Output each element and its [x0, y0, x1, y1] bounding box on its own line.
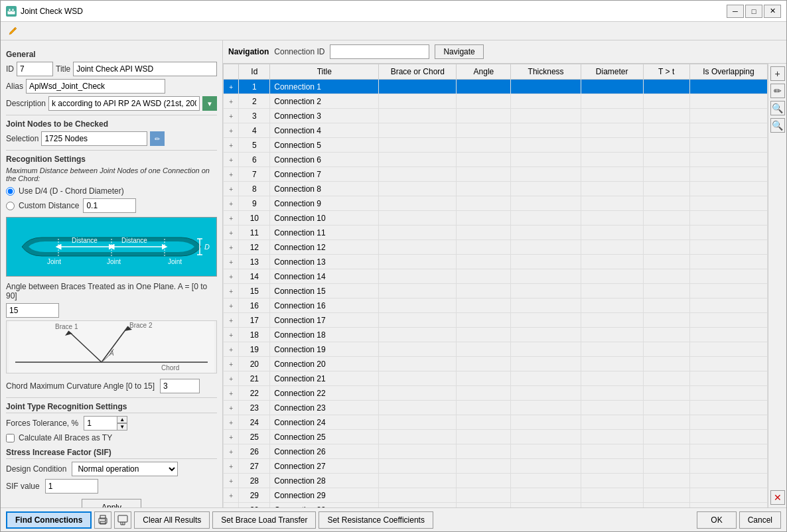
expand-cell[interactable]: + [224, 371, 239, 386]
table-row[interactable]: + 7 Connection 7 [224, 167, 768, 182]
table-row[interactable]: + 14 Connection 14 [224, 269, 768, 284]
expand-cell[interactable]: + [224, 240, 239, 255]
table-row[interactable]: + 8 Connection 8 [224, 182, 768, 196]
expand-cell[interactable]: + [224, 196, 239, 211]
table-row[interactable]: + 9 Connection 9 [224, 196, 768, 211]
expand-cell[interactable]: + [224, 401, 239, 415]
table-row[interactable]: + 13 Connection 13 [224, 255, 768, 269]
expand-cell[interactable]: + [224, 299, 239, 313]
edit-button[interactable]: ✏ [770, 84, 785, 98]
navigate-button[interactable]: Navigate [435, 44, 483, 59]
expand-cell[interactable]: + [224, 328, 239, 342]
table-wrapper[interactable]: Id Title Brace or Chord Angle Thickness … [223, 64, 768, 507]
table-row[interactable]: + 4 Connection 4 [224, 123, 768, 138]
custom-dist-radio[interactable] [6, 202, 15, 210]
expand-cell[interactable]: + [224, 284, 239, 299]
alias-input[interactable] [26, 79, 165, 94]
expand-cell[interactable]: + [224, 444, 239, 459]
table-row[interactable]: + 18 Connection 18 [224, 328, 768, 342]
spinner-up[interactable]: ▲ [117, 416, 127, 423]
restore-button[interactable]: □ [745, 5, 762, 18]
table-row[interactable]: + 1 Connection 1 [224, 80, 768, 94]
search-up-button[interactable]: 🔍 [770, 101, 785, 115]
expand-cell[interactable]: + [224, 474, 239, 488]
apply-button[interactable]: Apply [82, 499, 141, 507]
clear-all-results-button[interactable]: Clear All Results [134, 511, 210, 529]
description-input[interactable] [48, 96, 200, 111]
export-icon-button[interactable] [114, 511, 131, 529]
table-row[interactable]: + 25 Connection 25 [224, 430, 768, 444]
find-connections-button[interactable]: Find Connections [6, 511, 92, 529]
table-row[interactable]: + 26 Connection 26 [224, 444, 768, 459]
description-expand-button[interactable]: ▼ [202, 96, 217, 111]
expand-cell[interactable]: + [224, 80, 239, 94]
table-row[interactable]: + 2 Connection 2 [224, 94, 768, 109]
table-row[interactable]: + 12 Connection 12 [224, 240, 768, 255]
table-row[interactable]: + 30 Connection 30 [224, 503, 768, 508]
set-resistance-coefficients-button[interactable]: Set Resistance Coefficients [319, 511, 433, 529]
set-brace-load-transfer-button[interactable]: Set Brace Load Transfer [212, 511, 316, 529]
table-row[interactable]: + 11 Connection 11 [224, 226, 768, 240]
angle-input[interactable] [6, 303, 59, 318]
expand-cell[interactable]: + [224, 211, 239, 226]
search-down-button[interactable]: 🔍 [770, 118, 785, 133]
table-row[interactable]: + 21 Connection 21 [224, 371, 768, 386]
table-row[interactable]: + 29 Connection 29 [224, 488, 768, 503]
table-row[interactable]: + 3 Connection 3 [224, 109, 768, 123]
expand-cell[interactable]: + [224, 153, 239, 167]
table-row[interactable]: + 22 Connection 22 [224, 386, 768, 401]
add-button[interactable]: + [770, 66, 785, 81]
id-input[interactable] [17, 62, 53, 76]
expand-cell[interactable]: + [224, 269, 239, 284]
table-row[interactable]: + 19 Connection 19 [224, 342, 768, 357]
expand-cell[interactable]: + [224, 357, 239, 371]
delete-button[interactable]: ✕ [770, 490, 785, 505]
expand-cell[interactable]: + [224, 138, 239, 153]
calc-braces-checkbox[interactable] [6, 434, 15, 442]
expand-cell[interactable]: + [224, 255, 239, 269]
selection-edit-button[interactable]: ✏ [150, 131, 165, 146]
custom-dist-input[interactable] [83, 198, 136, 213]
table-row[interactable]: + 15 Connection 15 [224, 284, 768, 299]
cancel-button[interactable]: Cancel [739, 511, 781, 529]
table-row[interactable]: + 20 Connection 20 [224, 357, 768, 371]
pencil-icon[interactable] [6, 25, 19, 38]
expand-cell[interactable]: + [224, 313, 239, 328]
expand-cell[interactable]: + [224, 386, 239, 401]
design-cond-select[interactable]: Normal operation Storm Extreme [72, 462, 178, 476]
curvature-input[interactable] [160, 379, 200, 393]
table-row[interactable]: + 27 Connection 27 [224, 459, 768, 474]
overlap-cell [689, 328, 767, 342]
table-row[interactable]: + 10 Connection 10 [224, 211, 768, 226]
minimize-button[interactable]: ─ [727, 5, 744, 18]
table-row[interactable]: + 28 Connection 28 [224, 474, 768, 488]
table-row[interactable]: + 24 Connection 24 [224, 415, 768, 430]
spinner-down[interactable]: ▼ [117, 423, 127, 431]
use-d4-radio[interactable] [6, 187, 15, 196]
connection-id-input[interactable] [330, 44, 429, 59]
table-row[interactable]: + 23 Connection 23 [224, 401, 768, 415]
table-row[interactable]: + 6 Connection 6 [224, 153, 768, 167]
print-icon-button[interactable] [94, 511, 111, 529]
ok-button[interactable]: OK [697, 511, 736, 529]
expand-cell[interactable]: + [224, 488, 239, 503]
table-row[interactable]: + 16 Connection 16 [224, 299, 768, 313]
expand-cell[interactable]: + [224, 430, 239, 444]
expand-cell[interactable]: + [224, 226, 239, 240]
title-input[interactable] [73, 62, 217, 76]
expand-cell[interactable]: + [224, 415, 239, 430]
expand-cell[interactable]: + [224, 109, 239, 123]
expand-cell[interactable]: + [224, 94, 239, 109]
close-button[interactable]: ✕ [764, 5, 781, 18]
expand-cell[interactable]: + [224, 123, 239, 138]
expand-cell[interactable]: + [224, 459, 239, 474]
sif-value-input[interactable] [45, 479, 98, 494]
expand-cell[interactable]: + [224, 342, 239, 357]
selection-input[interactable] [41, 131, 147, 146]
expand-cell[interactable]: + [224, 503, 239, 508]
table-row[interactable]: + 5 Connection 5 [224, 138, 768, 153]
expand-cell[interactable]: + [224, 182, 239, 196]
tolerance-input[interactable] [84, 416, 117, 431]
expand-cell[interactable]: + [224, 167, 239, 182]
table-row[interactable]: + 17 Connection 17 [224, 313, 768, 328]
